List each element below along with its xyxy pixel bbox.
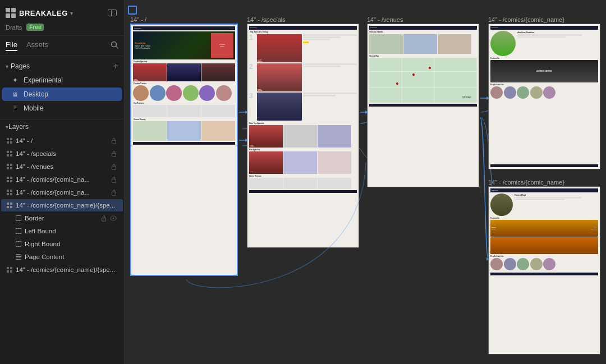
svg-point-9 bbox=[113, 218, 114, 219]
layer-name-1: 14" - /specials bbox=[16, 150, 108, 157]
lock-icon-0 bbox=[111, 137, 117, 144]
layer-name-3: 14" - /comics/{comic_na... bbox=[16, 176, 108, 183]
pages-arrow-icon: ▾ bbox=[6, 63, 8, 70]
layer-item-2[interactable]: 14" - /venues bbox=[1, 160, 123, 173]
frame-venues[interactable]: Breakaleg Venues Nearby Venues Map Chica… bbox=[367, 24, 479, 187]
layer-handle-icon-3 bbox=[6, 176, 13, 183]
layer-item-right-bound[interactable]: Right Bound bbox=[1, 238, 123, 250]
layer-name-border: Border bbox=[25, 215, 98, 222]
left-bound-layer-icon bbox=[15, 227, 22, 235]
page-item-desktop[interactable]: 🖥 Desktop bbox=[2, 87, 122, 101]
layer-name-4: 14" - /comics/{comic_na... bbox=[16, 189, 108, 196]
svg-rect-4 bbox=[112, 166, 116, 169]
layer-item-5[interactable]: 14" - /comics/{comic_name}/{spe... bbox=[1, 199, 123, 211]
panel-toggle-button[interactable] bbox=[106, 7, 118, 19]
frame-label-specials: 14" - /specials bbox=[247, 14, 286, 24]
workspace-grid-icon bbox=[6, 8, 16, 18]
tab-assets[interactable]: Assets bbox=[26, 40, 48, 51]
layer-name-5: 14" - /comics/{comic_name}/{spe... bbox=[16, 202, 117, 209]
experimental-icon: ✦ bbox=[11, 76, 19, 84]
frame-label-text-venues: 14" - /venues bbox=[367, 16, 403, 23]
svg-rect-3 bbox=[112, 153, 116, 156]
search-icon bbox=[111, 41, 118, 49]
layer-handle-icon-1 bbox=[6, 150, 13, 158]
frame-label-comic2: 14" - /comics/{comic_name} bbox=[488, 177, 564, 187]
layer-handle-icon-4 bbox=[6, 188, 13, 196]
sidebar: BREAKALEG ▾ Drafts Free File Assets bbox=[0, 0, 125, 364]
layer-handle-icon-5 bbox=[6, 201, 13, 209]
tab-file[interactable]: File bbox=[6, 40, 17, 51]
page-name-mobile: Mobile bbox=[24, 104, 43, 112]
layer-item-10[interactable]: 14" - /comics/{comic_name}/{spe... bbox=[1, 264, 123, 276]
page-item-mobile[interactable]: 📱 Mobile bbox=[2, 102, 122, 115]
layer-handle-icon-2 bbox=[6, 163, 13, 171]
layer-item-1[interactable]: 14" - /specials bbox=[1, 148, 123, 160]
lock-icon-border bbox=[100, 215, 107, 222]
border-layer-icon bbox=[15, 214, 22, 222]
sidebar-header: BREAKALEG ▾ Drafts Free bbox=[0, 0, 124, 36]
workspace-switcher[interactable]: BREAKALEG ▾ bbox=[6, 8, 73, 18]
frame-home[interactable]: Breakaleg nav items Breakaleg Explore Ne… bbox=[130, 24, 238, 276]
lock-icon-1 bbox=[111, 150, 117, 157]
layer-name-10: 14" - /comics/{comic_name}/{spe... bbox=[16, 266, 117, 273]
workspace-chevron-icon: ▾ bbox=[70, 10, 73, 16]
layer-item-4[interactable]: 14" - /comics/{comic_na... bbox=[1, 186, 123, 199]
page-name-experimental: Experimental bbox=[24, 76, 63, 84]
layer-name-0: 14" - / bbox=[16, 137, 108, 144]
sidebar-tabs: File Assets bbox=[0, 36, 124, 56]
workspace-name: BREAKALEG bbox=[19, 9, 68, 17]
layer-item-border[interactable]: Border bbox=[1, 212, 123, 224]
pages-section: ▾ Pages + ✦ Experimental 🖥 Desktop 📱 Mob… bbox=[0, 56, 124, 119]
plan-badge: Free bbox=[26, 24, 44, 31]
svg-line-1 bbox=[116, 47, 118, 49]
layer-name-left-bound: Left Bound bbox=[25, 228, 117, 234]
layers-title: Layers bbox=[8, 123, 29, 131]
lock-icon-4 bbox=[111, 189, 117, 196]
page-content-layer-icon bbox=[15, 253, 22, 261]
layer-name-right-bound: Right Bound bbox=[25, 241, 117, 247]
drafts-label: Drafts bbox=[6, 24, 22, 31]
page-item-experimental[interactable]: ✦ Experimental bbox=[2, 73, 122, 87]
frame-label-venues: 14" - /venues bbox=[367, 14, 403, 24]
layers-header[interactable]: ▾ Layers bbox=[0, 119, 124, 134]
pages-title: Pages bbox=[11, 62, 30, 70]
desktop-icon: 🖥 bbox=[11, 91, 19, 98]
search-button[interactable] bbox=[111, 41, 118, 50]
pages-section-header[interactable]: ▾ Pages + bbox=[0, 59, 124, 73]
layer-handle-icon-10 bbox=[6, 266, 13, 274]
frame-label-text-specials: 14" - /specials bbox=[247, 16, 286, 23]
mobile-icon: 📱 bbox=[11, 105, 19, 112]
frame-label-text-comic2: 14" - /comics/{comic_name} bbox=[488, 179, 564, 186]
svg-rect-5 bbox=[112, 179, 116, 182]
layer-item-left-bound[interactable]: Left Bound bbox=[1, 225, 123, 237]
svg-rect-2 bbox=[112, 140, 116, 144]
frame-label-text-comic1: 14" - /comics/{comic_name} bbox=[488, 16, 564, 23]
layer-item-0[interactable]: 14" - / bbox=[1, 135, 123, 147]
frame-label-text-home: 14" - / bbox=[130, 16, 146, 23]
panel-toggle-icon bbox=[108, 10, 117, 16]
layers-section: ▾ Layers 14" - / bbox=[0, 119, 124, 364]
layer-name-2: 14" - /venues bbox=[16, 163, 108, 170]
frame-comic1[interactable]: Breakaleg Andrew Santino Featured In AND… bbox=[488, 24, 600, 169]
add-page-button[interactable]: + bbox=[113, 62, 118, 71]
frame-label-home: 14" - / bbox=[130, 14, 146, 24]
workspace-meta: Drafts Free bbox=[6, 24, 118, 31]
lock-icon-2 bbox=[111, 163, 117, 170]
frame-specials[interactable]: Breakaleg Top Specials Today 1 TAYLORSWI… bbox=[247, 24, 359, 248]
layer-item-3[interactable]: 14" - /comics/{comic_na... bbox=[1, 173, 123, 186]
lock-icon-3 bbox=[111, 176, 117, 183]
svg-rect-6 bbox=[112, 192, 116, 195]
layer-handle-icon bbox=[6, 137, 13, 145]
layer-name-page-content: Page Content bbox=[25, 254, 117, 260]
frame-label-comic1: 14" - /comics/{comic_name} bbox=[488, 14, 564, 24]
frame-comic2[interactable]: Breakaleg Kevin Hart Featured In KEVINHA… bbox=[488, 186, 600, 354]
layer-item-page-content[interactable]: Page Content bbox=[1, 251, 123, 263]
visibility-icon-border[interactable] bbox=[109, 215, 117, 221]
right-bound-layer-icon bbox=[15, 240, 22, 248]
page-name-desktop: Desktop bbox=[24, 90, 48, 98]
canvas-area[interactable]: 14" - / Breakaleg nav items Breakaleg Ex… bbox=[125, 0, 606, 364]
svg-rect-7 bbox=[102, 218, 106, 221]
frame-indicator-home bbox=[128, 6, 137, 15]
